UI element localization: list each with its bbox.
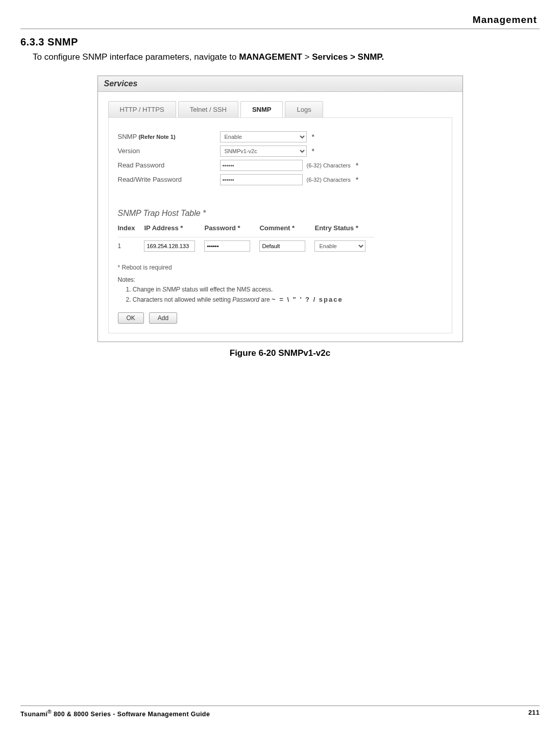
tab-http-https[interactable]: HTTP / HTTPS	[108, 101, 176, 117]
running-header: Management	[20, 0, 540, 29]
ok-button[interactable]: OK	[118, 312, 144, 324]
col-entry-status: Entry Status *	[314, 221, 375, 237]
notes-label: Notes:	[118, 275, 443, 285]
tab-content: SNMP (Refer Note 1) Enable * Version SNM…	[108, 117, 452, 333]
section-heading: 6.3.3 SNMP	[20, 36, 540, 48]
rw-password-label: Read/Write Password	[118, 176, 220, 183]
intro-bold-path: Services > SNMP.	[312, 52, 384, 62]
note-1-post: status will effect the NMS access.	[180, 286, 273, 293]
note-2-post: are	[259, 296, 272, 303]
panel-title: Services	[98, 76, 462, 92]
cell-index: 1	[118, 237, 144, 255]
star-icon: *	[312, 147, 314, 155]
reboot-note: * Reboot is required	[118, 264, 443, 271]
col-ip: IP Address *	[144, 221, 204, 237]
section-intro: To configure SNMP interface parameters, …	[33, 51, 540, 63]
star-icon: *	[356, 176, 358, 184]
footer-product-pre: Tsunami	[20, 711, 47, 718]
tab-logs[interactable]: Logs	[285, 101, 323, 117]
cell-password-input[interactable]	[204, 240, 250, 252]
registered-icon: ®	[47, 709, 52, 715]
rw-password-hint: (6-32) Characters	[307, 177, 351, 183]
cell-comment-input[interactable]	[259, 240, 305, 252]
col-comment: Comment *	[259, 221, 314, 237]
figure-caption: Figure 6-20 SNMPv1-v2c	[20, 348, 540, 358]
snmp-note-ref: (Refer Note 1)	[138, 134, 175, 140]
cell-ip-input[interactable]	[144, 240, 195, 252]
page-number: 211	[528, 709, 540, 718]
table-row: 1 Enable	[118, 237, 375, 255]
tab-telnet-ssh[interactable]: Telnet / SSH	[178, 101, 238, 117]
note-1-pre: 1. Change in	[126, 286, 162, 293]
version-label: Version	[118, 147, 220, 155]
snmp-label: SNMP	[118, 133, 137, 140]
page-footer: Tsunami® 800 & 8000 Series - Software Ma…	[20, 706, 540, 718]
version-select[interactable]: SNMPv1-v2c	[220, 145, 307, 157]
trap-host-table: Index IP Address * Password * Comment * …	[118, 221, 375, 255]
intro-mid: >	[302, 52, 312, 62]
footer-product-post: 800 & 8000 Series - Software Management …	[52, 711, 210, 718]
read-password-label: Read Password	[118, 161, 220, 169]
snmp-select[interactable]: Enable	[220, 131, 307, 142]
note-2-symbols: ~ = \ " ' ? / space	[272, 296, 343, 303]
star-icon: *	[356, 161, 358, 169]
add-button[interactable]: Add	[149, 312, 177, 324]
star-icon: *	[312, 133, 314, 141]
read-password-input[interactable]	[220, 160, 303, 171]
notes-block: Notes: 1. Change in SNMP status will eff…	[118, 275, 443, 305]
read-password-hint: (6-32) Characters	[307, 162, 351, 168]
col-password: Password *	[204, 221, 259, 237]
intro-pre: To configure SNMP interface parameters, …	[33, 52, 239, 62]
tab-bar: HTTP / HTTPS Telnet / SSH SNMP Logs	[98, 92, 462, 117]
cell-status-select[interactable]: Enable	[314, 240, 366, 252]
services-panel: Services HTTP / HTTPS Telnet / SSH SNMP …	[98, 76, 463, 342]
note-2-em: Password	[232, 296, 259, 303]
note-1-em: SNMP	[162, 286, 180, 293]
trap-table-title: SNMP Trap Host Table *	[118, 209, 443, 218]
rw-password-input[interactable]	[220, 174, 303, 185]
note-2-pre: 2. Characters not allowed while setting	[126, 296, 233, 303]
col-index: Index	[118, 221, 144, 237]
intro-bold-management: MANAGEMENT	[239, 52, 302, 62]
tab-snmp[interactable]: SNMP	[240, 101, 283, 117]
